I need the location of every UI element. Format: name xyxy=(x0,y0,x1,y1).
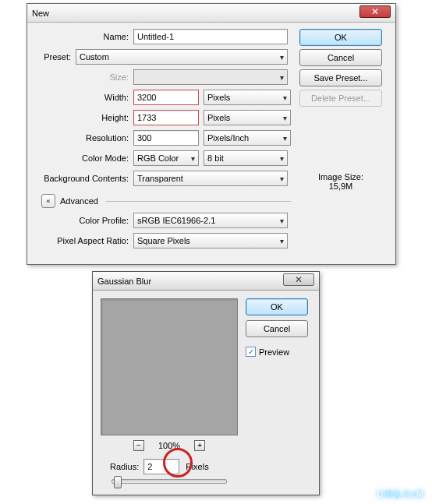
titlebar[interactable]: New ✕ xyxy=(27,4,395,23)
colormode-select[interactable]: RGB Color xyxy=(133,150,199,166)
preset-label: Preset: xyxy=(35,52,76,62)
resolution-label: Resolution: xyxy=(35,133,133,143)
zoom-in-button[interactable]: + xyxy=(194,440,205,451)
radius-slider[interactable] xyxy=(112,479,227,484)
bgcontents-label: Background Contents: xyxy=(35,174,133,183)
preview-checkbox[interactable]: ✓ xyxy=(246,347,256,357)
close-icon[interactable]: ✕ xyxy=(283,273,314,286)
zoom-out-button[interactable]: − xyxy=(133,440,144,451)
divider xyxy=(106,201,291,202)
dialog-title: New xyxy=(32,9,49,18)
watermark: UiBQ.CoM xyxy=(377,486,424,499)
preview-label: Preview xyxy=(259,347,289,357)
height-unit-select[interactable]: Pixels xyxy=(204,110,291,125)
zoom-level: 100% xyxy=(158,441,180,450)
width-unit-select[interactable]: Pixels xyxy=(204,90,291,105)
advanced-label: Advanced xyxy=(60,196,98,206)
resolution-unit-select[interactable]: Pixels/Inch xyxy=(204,130,291,146)
colormode-value: RGB Color xyxy=(137,153,179,163)
width-unit-value: Pixels xyxy=(207,93,230,102)
name-label: Name: xyxy=(35,32,133,41)
colordepth-select[interactable]: 8 bit xyxy=(204,150,288,166)
ok-button[interactable]: OK xyxy=(246,298,308,315)
resolution-input[interactable] xyxy=(133,130,199,146)
ok-button[interactable]: OK xyxy=(299,29,382,46)
colorprofile-value: sRGB IEC61966-2.1 xyxy=(137,216,215,225)
colormode-label: Color Mode: xyxy=(35,153,133,163)
bgcontents-select[interactable]: Transparent xyxy=(133,171,288,186)
delete-preset-button: Delete Preset... xyxy=(299,90,382,107)
height-unit-value: Pixels xyxy=(207,113,230,122)
width-input[interactable] xyxy=(133,90,199,105)
pixelaspect-select[interactable]: Square Pixels xyxy=(133,233,288,248)
cancel-button[interactable]: Cancel xyxy=(299,49,382,66)
advanced-toggle[interactable]: « xyxy=(41,194,55,208)
size-select xyxy=(133,69,288,85)
width-label: Width: xyxy=(35,93,133,102)
preview-image[interactable] xyxy=(101,298,238,435)
size-label: Size: xyxy=(35,72,133,82)
colorprofile-select[interactable]: sRGB IEC61966-2.1 xyxy=(133,213,288,228)
dialog-title: Gaussian Blur xyxy=(97,277,151,286)
save-preset-button[interactable]: Save Preset... xyxy=(299,69,382,86)
pixelaspect-value: Square Pixels xyxy=(137,236,190,245)
pixelaspect-label: Pixel Aspect Ratio: xyxy=(35,236,133,245)
gaussian-blur-dialog: Gaussian Blur ✕ − 100% + Radius: Pixels xyxy=(92,271,320,495)
preset-select[interactable]: Custom xyxy=(76,49,288,65)
new-dialog: New ✕ Name: Preset: Custom Size: Wi xyxy=(27,3,396,265)
image-size-label: Image Size: xyxy=(318,172,363,182)
bgcontents-value: Transparent xyxy=(137,174,183,183)
height-input[interactable] xyxy=(133,110,199,125)
close-icon[interactable]: ✕ xyxy=(359,5,391,18)
height-label: Height: xyxy=(35,113,133,122)
colordepth-value: 8 bit xyxy=(207,153,224,163)
radius-unit: Pixels xyxy=(186,462,208,471)
radius-label: Radius: xyxy=(110,462,139,471)
slider-thumb[interactable] xyxy=(114,476,122,488)
name-input[interactable] xyxy=(133,29,288,44)
radius-input[interactable] xyxy=(143,459,179,474)
colorprofile-label: Color Profile: xyxy=(35,216,133,225)
image-size-value: 15,9M xyxy=(318,182,363,191)
cancel-button[interactable]: Cancel xyxy=(246,320,308,337)
preset-value: Custom xyxy=(80,52,109,62)
resolution-unit-value: Pixels/Inch xyxy=(207,133,249,143)
titlebar[interactable]: Gaussian Blur ✕ xyxy=(93,272,319,291)
